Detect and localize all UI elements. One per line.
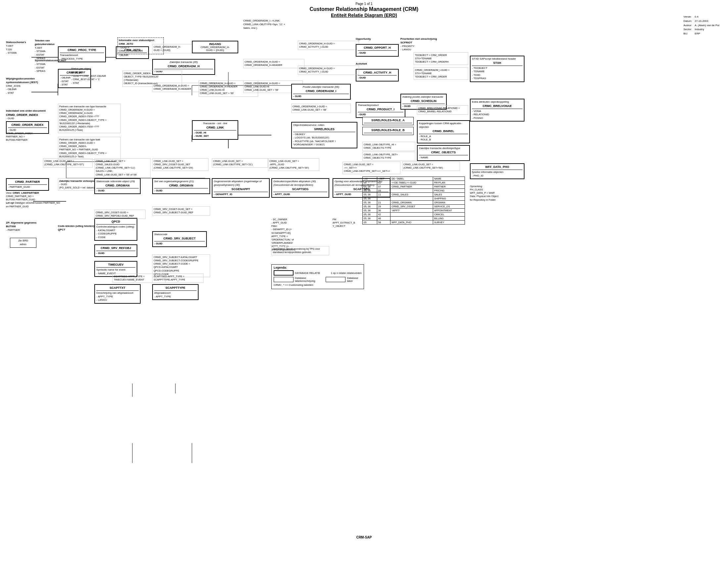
page-header: Page 1 of 1 <box>0 0 728 6</box>
wff-data-pho-note: Opmerking:PH_CLASSWFF_DATA_P = WWFData: … <box>470 185 528 202</box>
link-guid-set-07: CRMD_LINK-GUID_SET =(CRMD_LINK-OBJTYPE_S… <box>43 158 93 167</box>
partners-transactie-note1: Partners van transactie van type transac… <box>58 104 121 133</box>
scaptseg-standaard-note: Opmerking: Wordt vooralsnog bij TPG voor… <box>271 246 329 255</box>
ssrelroles-role-b-box: SSRELROLES-ROLE_B <box>362 127 414 135</box>
crmd-orderadm-i-box: Positie zakelijke transactie (06) CRMD_O… <box>291 84 351 100</box>
sub-title: Entiteit Relatie Diagram (ERD) <box>0 13 728 18</box>
legend-row-3: CRMC_* => Customizing tabellen <box>274 284 362 287</box>
diagram-area: Statusschema's TJ30T TJ20 - STSMA Tekste… <box>0 19 728 542</box>
legend-db-omschrijving <box>274 277 294 282</box>
crmd-link-objtype-hi: CRMD_LINK-OBJTYPE_HI =CRMC_OBJECTS-TYPE <box>362 142 415 151</box>
wijzigingsdocumenten: Wijzigingsdocumenten systeemstatussen (J… <box>6 77 46 95</box>
stxh-box: STXD SAPscript tekstbestand header STXH … <box>470 56 524 82</box>
ssrelroles-role-a-box: SSRELROLES-ROLE_A <box>362 117 414 125</box>
code-teksten-note: Code-teksten (uitleg teksten) QPCT <box>58 224 98 232</box>
main-title: Customer Relationship Management (CRM) <box>0 6 728 12</box>
crmd-activity-h-box: CRMD_ACTIVITY_H - GUID <box>356 69 399 81</box>
statuscode-refobj: Statuscode referentie-object (29) CRMD_O… <box>94 178 141 194</box>
crmd-link-set-note: CRMD_LINK-GUID_SET =-<<_SET>>CRMD_LINK-O… <box>342 162 400 174</box>
crmc-brelvonae-note: CRMD_BRELVONAE-RELATIONID =CRMD_BINREL-R… <box>417 105 468 115</box>
stxh-note2: CRMD_ORDERADM_I-GUID =STX+TDNAMETDOBJECT… <box>414 67 468 80</box>
view-crmv-note: View: CRMV_LINKPARTNER CRMD_PARTNER_NO =… <box>6 191 61 208</box>
zp-but000: ZP: Algemene gegevens BUT000 - PARTNER <box>6 221 49 232</box>
wff-data-pho-box: WFF_DATA_PHO fysieke informatie-objecten… <box>470 163 524 179</box>
versie-label: Versie: <box>682 15 694 19</box>
stxh-note1: TDOBJECT = CRM_ORDERSTX+TDNAMETDOBJECT =… <box>414 52 468 65</box>
activiteit-note: Activiteit <box>356 62 395 66</box>
link-guid-set-21: CRMD_LINK-GUID_SET =(CRMD_LINK-OBJTYPE_S… <box>212 158 268 167</box>
set-organisatiegegevens: Set van organisatiegegevens (21) CRMD_OR… <box>152 178 210 194</box>
legend-db-relatie <box>274 270 294 275</box>
ingang-box: INGANG CRMD_ORDERADM_H-GUID = {GUID} <box>192 41 238 53</box>
crmd-oah-guid-central: CRMD_ORDERADM_H-GUID =CRMD_ORDERADM_H-HE… <box>243 59 304 68</box>
scapttype-box: SCAPPTTYPE Afspraaksoort - APPT_TYPE <box>152 284 199 300</box>
crmd-link-guid-hi-i-note: CRMD_ORDERADM_I-->LINK:CRMD_LINK-OBJTYPE… <box>243 19 285 30</box>
crmd-srv-osset-note: CRMD_SRV_OSSET-GUID =CRMD_SRV_REFOBJ-GUI… <box>94 210 146 219</box>
data-table: _HI_SETDE~TABELNAME 0502<<DE-TABEL>>-GUI… <box>362 176 465 224</box>
crmd-link-objtype-set: CRMD_LINK-OBJTYPE_SET=CRMC_OBJECTS-TYPE <box>362 152 415 161</box>
crmc-objects-box: Zakelijke transactie-deeltobjecttype CRM… <box>417 145 470 161</box>
indextabel-note: Indextabel one-order-document CRMD_ORDER… <box>6 109 46 120</box>
scaptseg-scapttype-note: SCAPTSEG-APPT_TYPE =SCAPPTTYPE-APPT_TYPE <box>152 273 204 283</box>
link-appl-guid: CRMD_LINK-GUID_SET =-APPL_GUID(CRMD_LINK… <box>268 158 319 171</box>
crmd-orderadm-i-guid-note: CRMD_ORDERADM_I-GUID =CRMD_LINK-GUID_SET… <box>291 104 351 113</box>
link-guid-set-11: CRMD_LINK-GUID_SET =CRMD_SALES-GUID(CRMD… <box>94 158 151 178</box>
crmd-order-index-note: CRMD_ORDER_INDEX-PARTNER_NO =BUT000-PART… <box>6 132 64 142</box>
legend-box: Legenda: DATABASE RELATIE 1 op n relatie… <box>271 264 364 289</box>
status-per-object: Status per object CRM_JEST - GUID = CRM_… <box>71 67 114 85</box>
crmd-srv-refobj-box: CRMD_SRV_REFOBJ - GUID <box>94 244 137 257</box>
legend-db-tabel <box>326 277 345 282</box>
crmd-srv-subject-box: Statuscode CRMD_SRV_SUBJECT - GUID <box>152 231 207 247</box>
crmd-link-set-58-note: CRMD_LINK-GUID_SET =(CRMD_LINK-OBJTYPE_S… <box>402 162 460 171</box>
gegeneerde-afspraken-box: Gegenereerde afspraken (regelmatige of g… <box>212 178 270 198</box>
crmd-link-box: Transactie - set - link CRMD_LINK - GUID… <box>192 120 238 140</box>
crmd-partner-box: CRMD_PARTNER - PARTNER_GUID <box>6 178 49 191</box>
qpcd-box: QPCD Controlecatalogus codes (uitleg) - … <box>94 218 137 241</box>
prioriteiten-note: Prioriteiten met omschrijving SCPRIOT - … <box>400 37 443 52</box>
crmd-product-i-box: Transactieproduct CRMD_PRODUCT_I - GUID <box>356 102 405 118</box>
legend-row-2: Database tabelomschrijving Database tabe… <box>274 276 362 283</box>
crmd-oah-activity-note: CRMD_ORDERADM_H-GUID =CRMD_ACTIVITY_I-GU… <box>298 66 359 75</box>
gebruikersspecifieke-afspraken-box: Gebruikersspecifieke afspraken (30) (Gec… <box>271 178 329 198</box>
statusschema-note: Statusschema's TJ30T TJ20 - STSMA <box>6 41 34 55</box>
srrelroles-box: Objectrelatieservice: rollen SRRELROLES … <box>291 122 357 148</box>
partners-transactie-note2: Partners van transactie van type taak CR… <box>58 137 121 160</box>
crmc-brelvonae-box: Extra attributen objectkoppeling CRMC_BR… <box>470 99 524 121</box>
legend-row-1: DATABASE RELATIE 1 op n relatie relatiev… <box>274 270 362 275</box>
versie-value: 0.4 <box>693 15 721 19</box>
page-footer: CRM-SAP <box>356 536 372 539</box>
crmd-opport-h-box: CRMD_OPPORT_H - GUID <box>356 44 399 57</box>
crmd-oah-guid-top-right: CRMD_ORDERADM_H-GUID =CRMD_ACTIVITY_I-GU… <box>298 41 359 50</box>
crmd-srv-osset-note2: CRMD_SRV_OSSET-GUID_SET =CRMD_SRV_SUBJEC… <box>152 206 210 215</box>
opportunity-note: Opportunity <box>356 37 395 41</box>
zie-erd-adres: Zie ERDadres <box>10 238 36 248</box>
scapttxt-box: SCAPTTXT Omschrijving van afspraaksoort … <box>94 284 141 304</box>
link-guid-set-29: CRMD_LINK-GUID_SET =CRMD_SRV_OSSET-GUID_… <box>152 158 208 171</box>
crmd-binrel-box: Koppelingen tussen CRM-applicatie-object… <box>417 120 470 143</box>
